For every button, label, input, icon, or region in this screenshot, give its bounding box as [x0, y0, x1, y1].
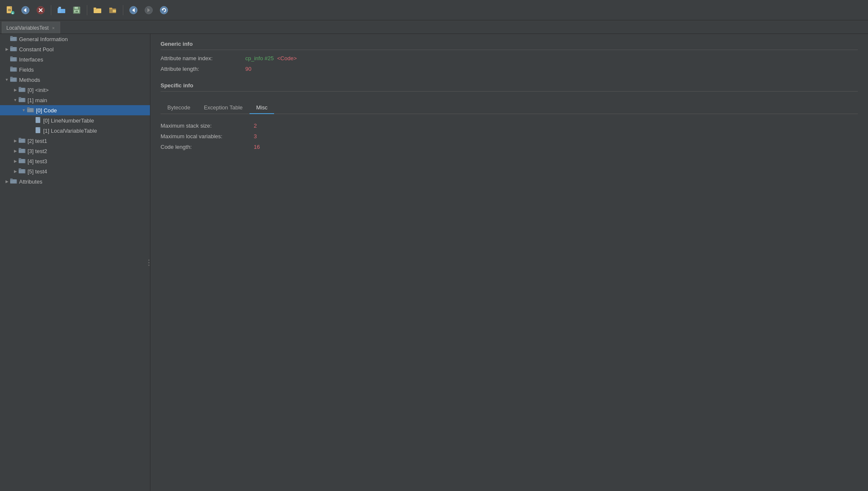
sidebar-label-methods-test3: [4] test3 [28, 158, 47, 165]
sidebar-item-code-localvariable[interactable]: [1] LocalVariableTable [0, 126, 150, 136]
svg-rect-70 [19, 168, 21, 170]
tab-exception-table[interactable]: Exception Table [197, 102, 250, 114]
specific-info-title: Specific info [161, 82, 858, 92]
nav-back-button[interactable] [127, 3, 140, 17]
save-button[interactable] [70, 3, 83, 17]
generic-info-title: Generic info [161, 41, 858, 50]
svg-rect-61 [19, 138, 21, 139]
tab-title: LocalVariablesTest [6, 25, 49, 31]
file-icon-code-linenumber [36, 117, 41, 124]
sidebar-item-methods-test1[interactable]: ▶ [2] test1 [0, 136, 150, 146]
sidebar-label-methods-test1: [2] test1 [28, 138, 47, 144]
svg-rect-42 [10, 67, 13, 68]
open-button[interactable] [91, 3, 104, 17]
tab-bytecode[interactable]: Bytecode [161, 102, 197, 114]
max-locals-value: 3 [254, 133, 257, 139]
svg-rect-24 [113, 10, 116, 12]
folder-icon-attributes [10, 178, 17, 185]
folder-icon-constant-pool [10, 46, 17, 53]
attribute-name-row: Attribute name index: cp_info #25 <Code> [161, 55, 858, 61]
sidebar: General Information▶ Constant Pool Inter… [0, 34, 150, 491]
refresh-button[interactable] [157, 3, 171, 17]
splitter-dot-2 [148, 262, 150, 263]
svg-rect-21 [94, 8, 96, 9]
toolbar-separator-2 [87, 5, 87, 15]
svg-rect-14 [58, 7, 61, 8]
svg-rect-67 [19, 158, 21, 160]
sidebar-item-methods-test3[interactable]: ▶ [4] test3 [0, 156, 150, 166]
sidebar-item-methods-main-code[interactable]: ▼ [0] Code [0, 105, 150, 115]
nav-forward-button[interactable] [142, 3, 155, 17]
tree-arrow-methods-main-code: ▼ [20, 108, 27, 112]
tab-close-button[interactable]: × [51, 25, 55, 31]
misc-content: Maximum stack size: 2 Maximum local vari… [161, 123, 858, 150]
max-stack-value: 2 [254, 123, 257, 129]
sidebar-item-code-linenumber[interactable]: [0] LineNumberTable [0, 115, 150, 126]
sidebar-item-methods-test4[interactable]: ▶ [5] test4 [0, 166, 150, 176]
open-folder-button[interactable] [55, 3, 68, 17]
attribute-length-row: Attribute length: 90 [161, 66, 858, 72]
folder-icon-interfaces [10, 56, 17, 63]
svg-rect-73 [10, 179, 13, 180]
sidebar-label-methods-init: [0] <init> [28, 87, 49, 93]
attribute-length-value: 90 [245, 66, 251, 72]
sidebar-item-attributes[interactable]: ▶ Attributes [0, 176, 150, 187]
sidebar-item-fields[interactable]: Fields [0, 64, 150, 75]
tree-arrow-methods-test1: ▶ [12, 139, 19, 143]
toolbar-separator-1 [51, 5, 51, 15]
svg-point-29 [160, 6, 168, 14]
content-tabs: Bytecode Exception Table Misc [161, 102, 858, 114]
sidebar-item-methods-init[interactable]: ▶ [0] <init> [0, 85, 150, 95]
tabs-bar: LocalVariablesTest × [0, 20, 868, 34]
close-file-button[interactable] [34, 3, 47, 17]
file-tab[interactable]: LocalVariablesTest × [2, 22, 60, 33]
tree-arrow-methods-main: ▼ [12, 98, 19, 102]
file-icon-code-localvariable [36, 127, 41, 134]
svg-rect-16 [75, 7, 78, 9]
tab-misc[interactable]: Misc [250, 102, 275, 114]
new-file-button[interactable]: + [3, 3, 17, 17]
folder-icon-methods-test3 [19, 158, 25, 165]
open2-button[interactable] [106, 3, 119, 17]
toolbar: + [0, 0, 868, 20]
sidebar-label-methods-main-code: [0] Code [36, 107, 57, 114]
sidebar-splitter[interactable] [147, 34, 150, 491]
back-button[interactable] [19, 3, 32, 17]
toolbar-separator-3 [123, 5, 123, 15]
folder-icon-methods-test1 [19, 137, 25, 144]
svg-rect-23 [109, 8, 112, 9]
svg-rect-33 [10, 36, 13, 38]
tree-arrow-methods-init: ▶ [12, 88, 19, 92]
splitter-dot-3 [148, 265, 150, 266]
sidebar-label-methods-test2: [3] test2 [28, 148, 47, 154]
svg-rect-36 [10, 46, 13, 48]
code-length-label: Code length: [161, 144, 254, 150]
tree-arrow-methods: ▼ [3, 78, 10, 82]
folder-icon-methods-test4 [19, 168, 25, 175]
sidebar-item-methods-main[interactable]: ▼ [1] main [0, 95, 150, 105]
attribute-length-label: Attribute length: [161, 66, 245, 72]
sidebar-item-methods-test2[interactable]: ▶ [3] test2 [0, 146, 150, 156]
svg-rect-45 [10, 77, 13, 78]
sidebar-item-methods[interactable]: ▼ Methods [0, 75, 150, 85]
sidebar-label-methods-main: [1] main [28, 97, 47, 103]
folder-icon-methods [10, 76, 17, 83]
folder-icon-methods-main [19, 97, 25, 103]
max-stack-label: Maximum stack size: [161, 123, 254, 129]
sidebar-label-attributes: Attributes [19, 179, 42, 185]
sidebar-label-general-info: General Information [19, 36, 68, 42]
tree-arrow-methods-test4: ▶ [12, 169, 19, 173]
main-area: General Information▶ Constant Pool Inter… [0, 34, 868, 491]
content-panel: Generic info Attribute name index: cp_in… [150, 34, 868, 491]
svg-rect-39 [10, 56, 13, 58]
generic-info-section: Generic info Attribute name index: cp_in… [161, 41, 858, 72]
splitter-dot-1 [148, 259, 150, 261]
folder-icon-methods-main-code [27, 107, 34, 114]
sidebar-item-general-info[interactable]: General Information [0, 34, 150, 44]
max-locals-row: Maximum local variables: 3 [161, 133, 858, 139]
sidebar-item-constant-pool[interactable]: ▶ Constant Pool [0, 44, 150, 54]
code-length-row: Code length: 16 [161, 144, 858, 150]
sidebar-item-interfaces[interactable]: Interfaces [0, 54, 150, 64]
cp-info-link[interactable]: cp_info #25 [245, 55, 274, 61]
folder-icon-methods-init [19, 86, 25, 93]
